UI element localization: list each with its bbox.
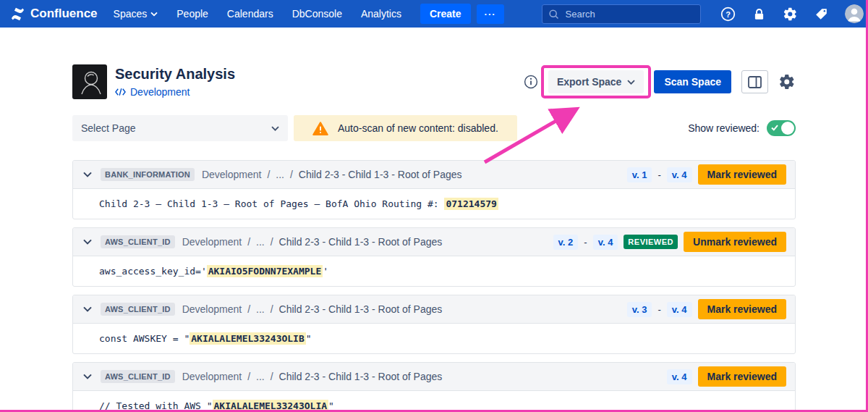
- chevron-down-icon[interactable]: [82, 170, 93, 179]
- help-button[interactable]: ?: [720, 7, 736, 22]
- breadcrumb-ellipsis[interactable]: ...: [276, 169, 284, 180]
- space-breadcrumb: Development: [115, 86, 235, 98]
- version-to-link[interactable]: v. 4: [593, 235, 618, 250]
- user-avatar-button[interactable]: [845, 4, 864, 23]
- mark-reviewed-button[interactable]: Mark reviewed: [698, 164, 787, 185]
- nav-menu: Spaces People Calendars DbConsole Analyt…: [114, 8, 401, 20]
- tag-icon: [814, 7, 828, 21]
- nav-item-dbconsole[interactable]: DbConsole: [292, 8, 342, 20]
- mark-reviewed-button[interactable]: Mark reviewed: [698, 366, 787, 387]
- space-avatar: [72, 64, 107, 99]
- space-settings-button[interactable]: [778, 73, 796, 91]
- brand-name: Confluence: [30, 7, 98, 21]
- toggle-knob: [781, 122, 794, 135]
- confluence-brand[interactable]: Confluence: [10, 7, 98, 22]
- finding-snippet: aws_access_key_id='AKIAIO5FODNN7EXAMPLE': [73, 256, 795, 286]
- finding-snippet: Child 2-3 – Child 1-3 – Root of Pages – …: [73, 188, 795, 219]
- breadcrumb-ellipsis[interactable]: ...: [256, 236, 265, 248]
- show-reviewed-toggle[interactable]: [767, 120, 796, 136]
- breadcrumb-separator: /: [271, 303, 273, 315]
- version-to-link[interactable]: v. 4: [667, 369, 692, 384]
- breadcrumb-separator: /: [247, 236, 250, 248]
- search-box[interactable]: [542, 4, 701, 24]
- breadcrumb: Development / ... / Child 2-3 - Child 1-…: [202, 169, 462, 180]
- code-text: const AWSKEY = ": [99, 333, 190, 344]
- nav-item-calendars[interactable]: Calendars: [227, 8, 273, 20]
- finding-card: BANK_INFORMATION Development / ... / Chi…: [72, 160, 796, 219]
- code-icon: [115, 88, 126, 96]
- chevron-down-icon[interactable]: [82, 237, 93, 246]
- info-icon: [524, 75, 538, 89]
- chevron-down-icon: [150, 12, 158, 17]
- breadcrumb: Development / ... / Child 2-3 - Child 1-…: [182, 303, 443, 315]
- breadcrumb-page-link[interactable]: Child 2-3 - Child 1-3 - Root of Pages: [279, 236, 443, 248]
- breadcrumb-page-link[interactable]: Child 2-3 - Child 1-3 - Root of Pages: [299, 169, 462, 180]
- version-to-link[interactable]: v. 4: [667, 167, 692, 182]
- page-header: Security Analysis Development Export Spa…: [72, 64, 796, 99]
- breadcrumb-ellipsis[interactable]: ...: [256, 371, 265, 382]
- more-button[interactable]: ···: [477, 4, 504, 24]
- create-button[interactable]: Create: [420, 4, 471, 24]
- breadcrumb: Development / ... / Child 2-3 - Child 1-…: [182, 371, 443, 382]
- mark-reviewed-button[interactable]: Mark reviewed: [698, 299, 787, 319]
- space-link[interactable]: Development: [130, 86, 190, 98]
- finding-actions: v. 4 Mark reviewed: [667, 366, 786, 387]
- top-nav: Confluence Spaces People Calendars DbCon…: [0, 0, 868, 28]
- show-reviewed-label: Show reviewed:: [688, 122, 760, 134]
- version-from-link[interactable]: v. 2: [553, 235, 579, 250]
- warning-text: Auto-scan of new content: disabled.: [338, 122, 498, 134]
- search-input[interactable]: [564, 8, 694, 20]
- tag-button[interactable]: [814, 7, 828, 21]
- scan-space-button[interactable]: Scan Space: [654, 70, 731, 93]
- info-button[interactable]: [524, 75, 538, 89]
- finding-header[interactable]: AWS_CLIENT_ID Development / ... / Child …: [73, 295, 795, 323]
- breadcrumb-separator: /: [271, 371, 273, 382]
- breadcrumb-page-link[interactable]: Child 2-3 - Child 1-3 - Root of Pages: [279, 371, 443, 382]
- code-text: Child 2-3 – Child 1-3 – Root of Pages – …: [99, 198, 444, 209]
- finding-actions: v. 3 - v. 4 Mark reviewed: [627, 299, 786, 319]
- breadcrumb-page-link[interactable]: Child 2-3 - Child 1-3 - Root of Pages: [279, 303, 443, 315]
- breadcrumb-space-link[interactable]: Development: [182, 303, 242, 315]
- code-text: ": [306, 333, 312, 344]
- version-to-link[interactable]: v. 4: [667, 302, 692, 317]
- export-space-button[interactable]: Export Space: [548, 70, 644, 93]
- nav-item-analytics[interactable]: Analytics: [361, 8, 401, 20]
- chevron-down-icon[interactable]: [82, 305, 93, 314]
- breadcrumb: Development / ... / Child 2-3 - Child 1-…: [182, 236, 443, 248]
- finding-header[interactable]: AWS_CLIENT_ID Development / ... / Child …: [73, 228, 795, 256]
- detected-secret: 071214579: [444, 198, 498, 210]
- page-title: Security Analysis: [115, 66, 235, 83]
- finding-header[interactable]: AWS_CLIENT_ID Development / ... / Child …: [73, 363, 795, 390]
- finding-header[interactable]: BANK_INFORMATION Development / ... / Chi…: [73, 161, 795, 188]
- chevron-down-icon[interactable]: [82, 372, 93, 381]
- breadcrumb-space-link[interactable]: Development: [202, 169, 262, 180]
- nav-item-people[interactable]: People: [176, 8, 208, 20]
- admin-lock-button[interactable]: [752, 7, 766, 21]
- breadcrumb-space-link[interactable]: Development: [182, 371, 242, 382]
- version-separator: -: [658, 169, 660, 180]
- gear-icon: [783, 7, 798, 22]
- finding-card: AWS_CLIENT_ID Development / ... / Child …: [72, 362, 796, 412]
- finding-card: AWS_CLIENT_ID Development / ... / Child …: [72, 295, 796, 354]
- nav-item-spaces[interactable]: Spaces: [114, 8, 158, 20]
- page-layout-button[interactable]: [741, 70, 768, 93]
- finding-snippet: // Tested with AWS "AKIALALEMEL33243OLIA…: [73, 390, 795, 412]
- lock-icon: [752, 7, 766, 21]
- check-icon: [771, 125, 778, 131]
- title-block: Security Analysis Development: [115, 66, 235, 98]
- version-from-link[interactable]: v. 3: [627, 302, 652, 317]
- finding-type-badge: BANK_INFORMATION: [101, 168, 195, 181]
- chevron-down-icon: [627, 80, 635, 85]
- select-page-dropdown[interactable]: Select Page: [72, 115, 288, 141]
- code-text: ': [323, 266, 328, 277]
- breadcrumb-space-link[interactable]: Development: [182, 236, 242, 248]
- version-separator: -: [584, 237, 587, 248]
- svg-text:?: ?: [726, 9, 731, 18]
- findings-list: BANK_INFORMATION Development / ... / Chi…: [72, 160, 796, 412]
- unmark-reviewed-button[interactable]: Unmark reviewed: [684, 232, 786, 252]
- layout-icon: [748, 76, 762, 88]
- version-from-link[interactable]: v. 1: [627, 167, 652, 182]
- breadcrumb-ellipsis[interactable]: ...: [256, 303, 265, 315]
- nav-settings-button[interactable]: [783, 7, 798, 22]
- finding-actions: v. 1 - v. 4 Mark reviewed: [627, 164, 786, 185]
